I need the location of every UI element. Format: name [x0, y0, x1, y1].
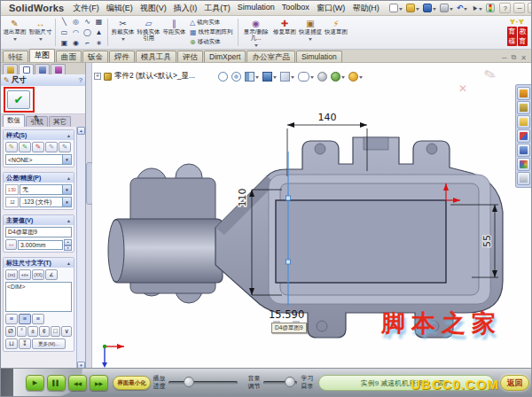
zoom-fit-icon[interactable]: [218, 72, 228, 82]
hide-show-items-icon[interactable]: [298, 72, 309, 82]
progress-slider[interactable]: [168, 381, 238, 385]
tab-value[interactable]: 数值: [3, 114, 25, 127]
search-tab[interactable]: [517, 129, 530, 143]
pause-button[interactable]: ▌▌: [47, 375, 66, 391]
open-icon[interactable]: [406, 4, 415, 12]
apply-scene-icon[interactable]: [331, 72, 340, 82]
hide-show-caret-icon[interactable]: [310, 76, 314, 81]
edit-appearance-icon[interactable]: [317, 72, 327, 82]
view-settings-caret-icon[interactable]: [359, 76, 363, 81]
centerline-tool-icon[interactable]: ⌐: [82, 38, 93, 49]
collapse-chevron-icon[interactable]: ▲: [66, 218, 71, 223]
convert-entities-button[interactable]: ▱ 转换实体引用: [137, 17, 160, 48]
precision-select[interactable]: .123 (文件) ▼: [20, 197, 72, 207]
dimension-active-label[interactable]: 15.590: [269, 308, 304, 321]
rectangle-tool-icon[interactable]: ▭: [59, 27, 70, 38]
flip-dimension-button[interactable]: ↔: [5, 239, 17, 250]
tab-features[interactable]: 特征: [3, 51, 28, 62]
fast-forward-button[interactable]: ▶▶: [90, 375, 108, 391]
justify-left-button[interactable]: ≡: [5, 314, 18, 324]
menu-window[interactable]: 窗口(W): [317, 3, 346, 14]
dimension-55-label[interactable]: 55: [481, 235, 493, 247]
sketch-rectangle[interactable]: [276, 200, 446, 283]
line-tool-icon[interactable]: ╲: [59, 17, 70, 27]
zoom-area-icon[interactable]: [231, 72, 241, 82]
open-caret-icon[interactable]: [416, 8, 419, 12]
help-button[interactable]: ?: [499, 3, 511, 13]
view-settings-icon[interactable]: [348, 72, 358, 82]
diameter-symbol-button[interactable]: Ø: [5, 326, 16, 337]
custom-properties-tab[interactable]: [517, 172, 530, 185]
tab-office-products[interactable]: 办公室产品: [246, 51, 295, 62]
style-load-button[interactable]: ✎: [59, 142, 71, 152]
graphics-area[interactable]: + 零件2 (默认<默认>_显... ✎ ✕: [92, 63, 531, 370]
view-orientation-icon[interactable]: [262, 72, 272, 82]
precision-select-arrow-icon[interactable]: ▼: [62, 198, 71, 206]
panel-scrollbar[interactable]: ▲ ▼: [76, 127, 85, 370]
depth-symbol-button[interactable]: ↧: [19, 339, 31, 349]
circle-tool-icon[interactable]: ◎: [70, 17, 82, 27]
slot-tool-icon[interactable]: ▣: [59, 38, 70, 49]
dimension-text-area[interactable]: <DIM>: [5, 282, 72, 312]
counterbore-symbol-button[interactable]: ⊔: [5, 339, 18, 349]
display-style-icon[interactable]: [280, 72, 290, 82]
orientation-caret-icon[interactable]: [273, 76, 277, 81]
tab-surfaces[interactable]: 曲面: [56, 51, 82, 62]
rewind-button[interactable]: ◀◀: [68, 375, 87, 391]
tab-weldments[interactable]: 焊件: [109, 51, 135, 62]
arc-tool-icon[interactable]: ◠: [70, 27, 82, 38]
spline-tool-icon[interactable]: ∿: [82, 17, 93, 27]
text-angle-button[interactable]: ∡: [45, 269, 58, 280]
panel-help-icon[interactable]: ?: [79, 76, 82, 84]
menu-toolbox[interactable]: Toolbox: [282, 3, 309, 14]
ellipse-tool-icon[interactable]: ◯: [82, 27, 93, 38]
display-delete-relations-button[interactable]: ◉ 显示/删除几...: [241, 17, 271, 48]
exit-sketch-button[interactable]: ✎ 退出草图: [3, 17, 27, 48]
fillet-tool-icon[interactable]: ◉: [70, 38, 82, 49]
restore-button[interactable]: ⧉: [528, 3, 532, 13]
polygon-tool-icon[interactable]: ▲: [93, 27, 105, 38]
more-symbols-button[interactable]: 更多(M)...: [32, 339, 66, 349]
file-explorer-tab[interactable]: [517, 115, 530, 128]
tab-sketch[interactable]: 草图: [29, 49, 55, 62]
menu-insert[interactable]: 插入(I): [174, 3, 198, 14]
dimension-140-label[interactable]: 140: [318, 112, 337, 123]
tree-expand-icon[interactable]: +: [94, 73, 101, 80]
tolerance-select-arrow-icon[interactable]: ▼: [62, 185, 71, 194]
tab-simulation[interactable]: Simulation: [296, 51, 342, 62]
text-pos-button-2[interactable]: +x+: [19, 269, 31, 280]
collapse-chevron-icon[interactable]: ▲: [66, 261, 71, 266]
configuration-manager-tab[interactable]: [35, 64, 50, 74]
point-tool-icon[interactable]: ∗: [93, 38, 105, 49]
section-caret-icon[interactable]: [255, 76, 259, 81]
display-style-caret-icon[interactable]: [291, 76, 294, 81]
dimension-name-field[interactable]: D4@草图9: [5, 227, 72, 237]
collapse-chevron-icon[interactable]: ▲: [66, 175, 71, 181]
mirror-entities-button[interactable]: △ 镜向实体: [190, 19, 233, 27]
spin-down-icon[interactable]: ▼: [64, 245, 72, 252]
more-symbols-arrow-button[interactable]: ∨: [61, 326, 72, 337]
tab-dimxpert[interactable]: DimXpert: [204, 51, 246, 62]
style-delete-button[interactable]: ✎: [32, 142, 44, 152]
style-save-button[interactable]: ✎: [45, 142, 58, 152]
undo-caret-icon[interactable]: [464, 8, 467, 12]
quick-snaps-button[interactable]: ▣ 快速捕捉: [299, 17, 323, 48]
minimize-button[interactable]: ─: [513, 3, 525, 13]
dimension-110-label[interactable]: 110: [237, 189, 248, 207]
back-button[interactable]: 返回: [500, 375, 529, 391]
doc-restore-icon[interactable]: ⧉: [512, 53, 517, 62]
offset-entities-button[interactable]: ∥ 等距实体: [162, 17, 186, 48]
tab-sheet-metal[interactable]: 钣金: [82, 51, 108, 62]
section-view-icon[interactable]: [245, 72, 254, 82]
print-icon[interactable]: [440, 4, 449, 12]
save-caret-icon[interactable]: [433, 8, 436, 12]
style-default-button[interactable]: ✎: [5, 142, 18, 152]
menu-help[interactable]: 帮助(H): [352, 3, 379, 14]
plus-minus-symbol-button[interactable]: ±: [27, 326, 38, 337]
menu-simulation[interactable]: Simulation: [238, 3, 275, 14]
minimize-interface-button[interactable]: 界面最小化: [113, 376, 151, 390]
scroll-up-icon[interactable]: ▲: [77, 127, 85, 135]
property-manager-tab[interactable]: [19, 64, 34, 74]
trim-entities-button[interactable]: ✂ 剪裁实体: [111, 17, 135, 48]
menu-edit[interactable]: 编辑(E): [106, 3, 133, 14]
